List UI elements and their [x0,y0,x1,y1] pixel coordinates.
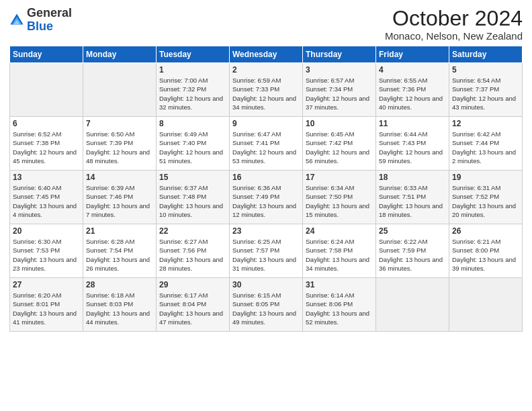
calendar-week-5: 27Sunrise: 6:20 AMSunset: 8:01 PMDayligh… [10,278,523,332]
day-info: Sunrise: 6:54 AMSunset: 7:37 PMDaylight:… [452,76,519,111]
day-info: Sunrise: 6:37 AMSunset: 7:48 PMDaylight:… [159,183,226,219]
calendar-cell-w3-d4: 16Sunrise: 6:36 AMSunset: 7:49 PMDayligh… [230,171,303,224]
col-wednesday: Wednesday [230,46,303,63]
day-number: 9 [232,119,300,128]
day-number: 8 [159,119,226,128]
calendar-week-4: 20Sunrise: 6:30 AMSunset: 7:53 PMDayligh… [10,224,523,278]
day-info: Sunrise: 7:00 AMSunset: 7:32 PMDaylight:… [159,76,226,111]
calendar-cell-w1-d5: 3Sunrise: 6:57 AMSunset: 7:34 PMDaylight… [303,63,376,117]
title-location: Monaco, Nelson, New Zealand [385,30,523,42]
calendar-cell-w3-d2: 14Sunrise: 6:39 AMSunset: 7:46 PMDayligh… [83,171,157,224]
header: General Blue October 2024 Monaco, Nelson… [9,7,523,42]
day-info: Sunrise: 6:49 AMSunset: 7:40 PMDaylight:… [159,130,226,165]
day-info: Sunrise: 6:40 AMSunset: 7:45 PMDaylight:… [13,183,80,219]
day-info: Sunrise: 6:59 AMSunset: 7:33 PMDaylight:… [232,76,300,111]
day-info: Sunrise: 6:25 AMSunset: 7:57 PMDaylight:… [232,237,300,273]
page: General Blue October 2024 Monaco, Nelson… [0,0,532,411]
day-number: 3 [306,65,373,75]
calendar-cell-w2-d2: 7Sunrise: 6:50 AMSunset: 7:39 PMDaylight… [83,117,157,171]
day-number: 7 [86,119,153,128]
day-info: Sunrise: 6:31 AMSunset: 7:52 PMDaylight:… [452,183,519,219]
col-sunday: Sunday [10,46,83,63]
calendar-cell-w1-d4: 2Sunrise: 6:59 AMSunset: 7:33 PMDaylight… [230,63,303,117]
calendar-cell-w2-d6: 11Sunrise: 6:44 AMSunset: 7:43 PMDayligh… [376,117,449,171]
day-number: 28 [86,280,153,289]
calendar-cell-w5-d4: 30Sunrise: 6:15 AMSunset: 8:05 PMDayligh… [230,278,303,332]
day-info: Sunrise: 6:33 AMSunset: 7:51 PMDaylight:… [379,183,446,219]
calendar-cell-w5-d6 [376,278,449,332]
day-number: 20 [13,226,80,236]
day-info: Sunrise: 6:57 AMSunset: 7:34 PMDaylight:… [306,76,373,111]
day-info: Sunrise: 6:18 AMSunset: 8:03 PMDaylight:… [86,291,153,326]
calendar-cell-w4-d4: 23Sunrise: 6:25 AMSunset: 7:57 PMDayligh… [230,224,303,278]
logo-general: General [27,6,72,19]
logo: General Blue [9,7,72,34]
calendar-week-2: 6Sunrise: 6:52 AMSunset: 7:38 PMDaylight… [10,117,523,171]
day-info: Sunrise: 6:36 AMSunset: 7:49 PMDaylight:… [232,183,300,219]
calendar-cell-w1-d3: 1Sunrise: 7:00 AMSunset: 7:32 PMDaylight… [157,63,230,117]
day-info: Sunrise: 6:34 AMSunset: 7:50 PMDaylight:… [306,183,373,219]
day-number: 22 [159,226,226,236]
day-number: 5 [452,65,519,75]
logo-icon [9,13,24,28]
calendar-cell-w4-d7: 26Sunrise: 6:21 AMSunset: 8:00 PMDayligh… [449,224,523,278]
day-number: 6 [13,119,80,128]
calendar-cell-w3-d1: 13Sunrise: 6:40 AMSunset: 7:45 PMDayligh… [10,171,83,224]
calendar: Sunday Monday Tuesday Wednesday Thursday… [9,46,523,332]
calendar-cell-w3-d3: 15Sunrise: 6:37 AMSunset: 7:48 PMDayligh… [157,171,230,224]
calendar-cell-w2-d5: 10Sunrise: 6:45 AMSunset: 7:42 PMDayligh… [303,117,376,171]
day-number: 25 [379,226,446,236]
day-number: 1 [159,65,226,75]
calendar-cell-w4-d6: 25Sunrise: 6:22 AMSunset: 7:59 PMDayligh… [376,224,449,278]
calendar-cell-w4-d5: 24Sunrise: 6:24 AMSunset: 7:58 PMDayligh… [303,224,376,278]
day-info: Sunrise: 6:39 AMSunset: 7:46 PMDaylight:… [86,183,153,219]
day-number: 23 [232,226,300,236]
calendar-cell-w3-d6: 18Sunrise: 6:33 AMSunset: 7:51 PMDayligh… [376,171,449,224]
day-info: Sunrise: 6:42 AMSunset: 7:44 PMDaylight:… [452,130,519,165]
logo-text: General Blue [27,7,72,34]
calendar-cell-w5-d5: 31Sunrise: 6:14 AMSunset: 8:06 PMDayligh… [303,278,376,332]
day-info: Sunrise: 6:27 AMSunset: 7:56 PMDaylight:… [159,237,226,273]
day-number: 29 [159,280,226,289]
day-info: Sunrise: 6:30 AMSunset: 7:53 PMDaylight:… [13,237,80,273]
calendar-cell-w1-d2 [83,63,157,117]
calendar-cell-w4-d1: 20Sunrise: 6:30 AMSunset: 7:53 PMDayligh… [10,224,83,278]
calendar-week-3: 13Sunrise: 6:40 AMSunset: 7:45 PMDayligh… [10,171,523,224]
calendar-cell-w5-d7 [449,278,523,332]
logo-blue: Blue [27,19,53,33]
day-number: 4 [379,65,446,75]
day-info: Sunrise: 6:47 AMSunset: 7:41 PMDaylight:… [232,130,300,165]
calendar-cell-w1-d1 [10,63,83,117]
calendar-cell-w2-d4: 9Sunrise: 6:47 AMSunset: 7:41 PMDaylight… [230,117,303,171]
day-info: Sunrise: 6:28 AMSunset: 7:54 PMDaylight:… [86,237,153,273]
title-block: October 2024 Monaco, Nelson, New Zealand [385,7,523,42]
day-number: 18 [379,173,446,182]
day-number: 24 [306,226,373,236]
col-monday: Monday [83,46,157,63]
day-number: 2 [232,65,300,75]
calendar-cell-w3-d7: 19Sunrise: 6:31 AMSunset: 7:52 PMDayligh… [449,171,523,224]
day-info: Sunrise: 6:55 AMSunset: 7:36 PMDaylight:… [379,76,446,111]
day-info: Sunrise: 6:17 AMSunset: 8:04 PMDaylight:… [159,291,226,326]
col-tuesday: Tuesday [157,46,230,63]
day-number: 27 [13,280,80,289]
calendar-cell-w5-d1: 27Sunrise: 6:20 AMSunset: 8:01 PMDayligh… [10,278,83,332]
day-number: 14 [86,173,153,182]
day-info: Sunrise: 6:15 AMSunset: 8:05 PMDaylight:… [232,291,300,326]
col-saturday: Saturday [449,46,523,63]
col-thursday: Thursday [303,46,376,63]
calendar-cell-w4-d2: 21Sunrise: 6:28 AMSunset: 7:54 PMDayligh… [83,224,157,278]
day-number: 30 [232,280,300,289]
day-number: 31 [306,280,373,289]
day-number: 10 [306,119,373,128]
calendar-cell-w4-d3: 22Sunrise: 6:27 AMSunset: 7:56 PMDayligh… [157,224,230,278]
day-number: 11 [379,119,446,128]
col-friday: Friday [376,46,449,63]
day-number: 17 [306,173,373,182]
calendar-cell-w5-d2: 28Sunrise: 6:18 AMSunset: 8:03 PMDayligh… [83,278,157,332]
calendar-week-1: 1Sunrise: 7:00 AMSunset: 7:32 PMDaylight… [10,63,523,117]
day-info: Sunrise: 6:22 AMSunset: 7:59 PMDaylight:… [379,237,446,273]
day-info: Sunrise: 6:45 AMSunset: 7:42 PMDaylight:… [306,130,373,165]
calendar-cell-w2-d1: 6Sunrise: 6:52 AMSunset: 7:38 PMDaylight… [10,117,83,171]
calendar-cell-w2-d7: 12Sunrise: 6:42 AMSunset: 7:44 PMDayligh… [449,117,523,171]
